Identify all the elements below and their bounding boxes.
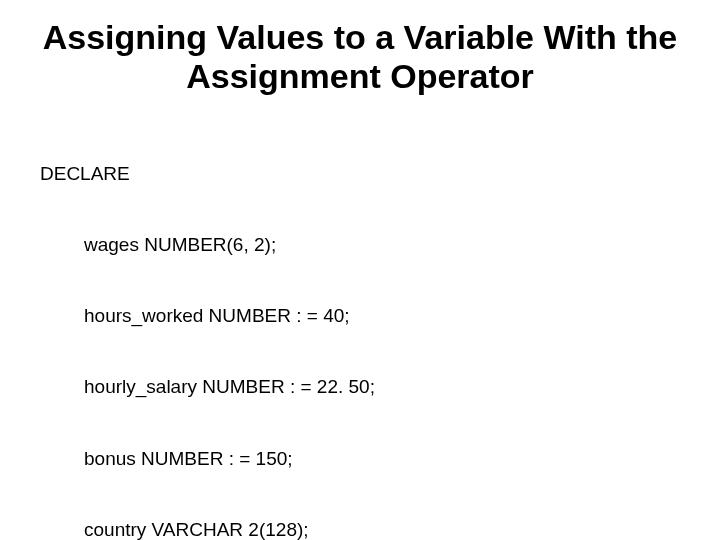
code-line: country VARCHAR 2(128); — [40, 518, 680, 540]
code-line: bonus NUMBER : = 150; — [40, 447, 680, 471]
slide-title: Assigning Values to a Variable With the … — [40, 18, 680, 96]
slide: Assigning Values to a Variable With the … — [0, 0, 720, 540]
code-block: DECLARE wages NUMBER(6, 2); hours_worked… — [40, 114, 680, 540]
code-line: hours_worked NUMBER : = 40; — [40, 304, 680, 328]
code-line-declare: DECLARE — [40, 162, 680, 186]
code-line: wages NUMBER(6, 2); — [40, 233, 680, 257]
code-line: hourly_salary NUMBER : = 22. 50; — [40, 375, 680, 399]
